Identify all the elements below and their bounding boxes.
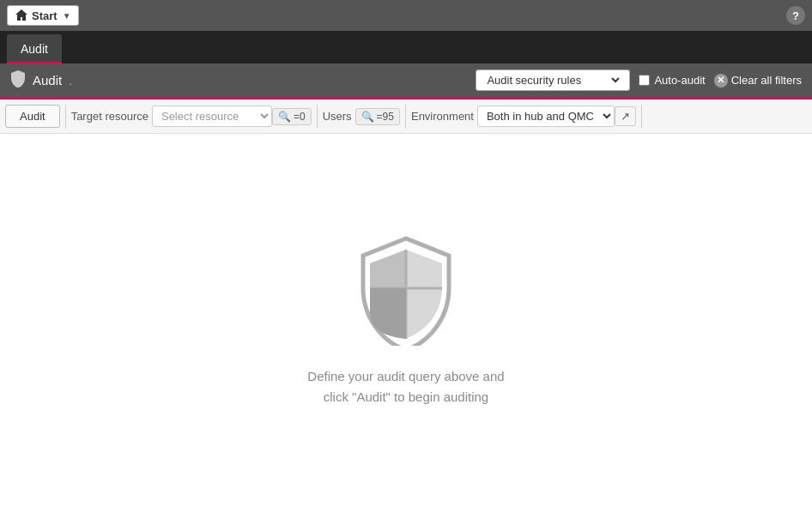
empty-message-line1: Define your audit query above and (307, 366, 504, 387)
audit-run-label: Audit (20, 110, 45, 123)
environment-select[interactable]: Both in hub and QMC Hub only QMC only (477, 106, 615, 127)
auto-audit-toggle[interactable]: Auto-audit (639, 74, 705, 87)
section-title-group: Audit . (10, 70, 72, 90)
export-button[interactable]: ↗ (615, 106, 636, 126)
filter-separator-1 (65, 105, 66, 129)
filter-separator-2 (317, 105, 318, 129)
clear-filters-label: Clear all filters (731, 74, 802, 87)
section-title-dot: . (69, 73, 72, 88)
environment-label: Environment (411, 110, 474, 123)
shield-nav-icon (10, 70, 26, 90)
section-header: Audit . Audit security rules Audit data … (0, 63, 812, 100)
users-group: Users 🔍 =95 (323, 108, 400, 125)
big-shield-icon (354, 234, 458, 346)
start-dropdown-arrow: ▼ (63, 11, 71, 21)
clear-filters-button[interactable]: ✕ Clear all filters (714, 74, 802, 88)
target-resource-group: Target resource Select resource (71, 106, 272, 127)
main-content: Define your audit query above and click … (0, 134, 812, 507)
top-bar: Start ▼ ? (0, 0, 812, 31)
auto-audit-label: Auto-audit (654, 74, 705, 87)
help-button[interactable]: ? (786, 6, 805, 25)
filter-bar: Audit Target resource Select resource 🔍 … (0, 100, 812, 134)
filter-separator-4 (641, 105, 642, 129)
target-resource-select[interactable]: Select resource (152, 106, 272, 127)
search-icon-resource: 🔍 (278, 111, 291, 123)
filter-separator-3 (405, 105, 406, 129)
empty-message-line2: click "Audit" to begin auditing (307, 387, 504, 407)
environment-group: Environment Both in hub and QMC Hub only… (411, 106, 615, 127)
users-count-badge: 🔍 =95 (355, 108, 400, 125)
users-count-value: =95 (377, 111, 394, 123)
export-icon: ↗ (621, 110, 630, 123)
search-icon-users: 🔍 (361, 111, 374, 123)
audit-type-select[interactable]: Audit security rules Audit data connecti… (483, 73, 622, 88)
resource-count-badge: 🔍 =0 (272, 108, 312, 125)
nav-bar: Audit (0, 31, 812, 63)
resource-count-value: =0 (294, 111, 306, 123)
help-label: ? (792, 9, 799, 22)
target-resource-label: Target resource (71, 110, 148, 123)
users-label: Users (323, 110, 352, 123)
section-controls: Audit security rules Audit data connecti… (476, 69, 802, 91)
start-button[interactable]: Start ▼ (7, 5, 79, 26)
start-label: Start (32, 9, 58, 22)
home-icon (15, 9, 28, 22)
empty-message: Define your audit query above and click … (307, 366, 504, 407)
auto-audit-checkbox[interactable] (639, 75, 650, 86)
nav-tab-audit[interactable]: Audit (7, 34, 62, 63)
clear-icon: ✕ (714, 74, 728, 88)
section-title-text: Audit (33, 73, 62, 88)
audit-run-button[interactable]: Audit (5, 105, 60, 128)
nav-tab-audit-label: Audit (21, 42, 48, 56)
audit-type-dropdown[interactable]: Audit security rules Audit data connecti… (476, 69, 630, 91)
